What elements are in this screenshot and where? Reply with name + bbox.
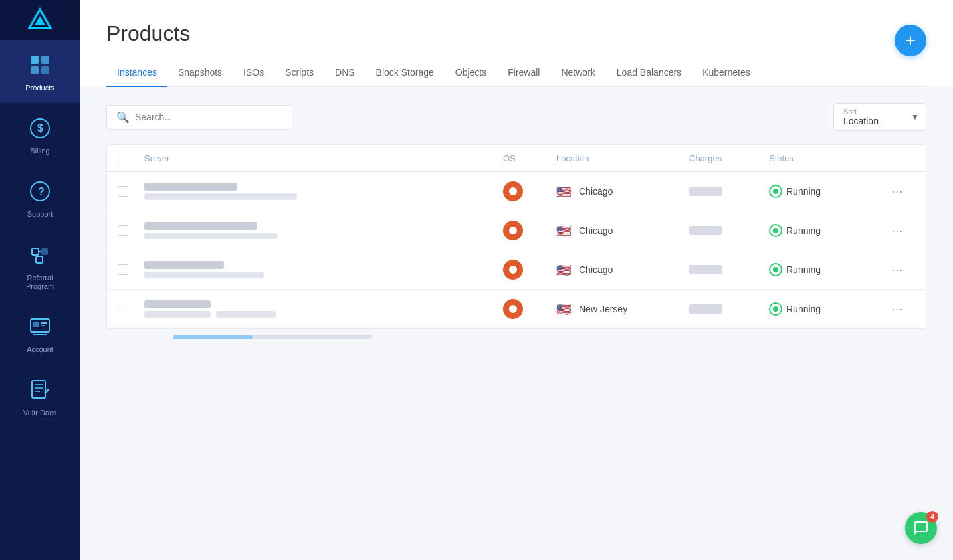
charges-cell: [689, 265, 769, 274]
table-row: 🇺🇸 New Jersey Running ⋯: [107, 290, 926, 328]
svg-rect-5: [41, 66, 49, 74]
location-name: Chicago: [579, 264, 613, 275]
chat-badge: 4: [926, 511, 938, 523]
os-icon: [503, 221, 523, 240]
sidebar-item-label: Billing: [30, 147, 49, 155]
row-checkbox[interactable]: [118, 186, 144, 197]
search-icon: 🔍: [116, 111, 130, 124]
scrollbar-thumb[interactable]: [173, 335, 253, 339]
scrollbar-track[interactable]: [173, 335, 372, 339]
svg-text:?: ?: [38, 186, 45, 197]
status-cell: Running: [769, 263, 889, 276]
location-name: Chicago: [579, 225, 613, 236]
sidebar-item-referral[interactable]: Referral Program: [0, 230, 80, 302]
more-options[interactable]: ⋯: [889, 299, 915, 319]
tab-dns[interactable]: DNS: [324, 59, 366, 87]
server-detail-blur: [216, 311, 276, 318]
svg-rect-4: [31, 66, 39, 74]
select-all-checkbox[interactable]: [118, 153, 144, 163]
more-options[interactable]: ⋯: [889, 181, 915, 201]
tab-kubernetes[interactable]: Kubernetes: [692, 59, 761, 87]
location-cell: 🇺🇸 Chicago: [556, 225, 689, 236]
svg-rect-3: [41, 56, 49, 64]
status-label: Running: [786, 225, 821, 236]
location-name: New Jersey: [579, 304, 627, 314]
toolbar: 🔍 Sort Location ▼: [106, 103, 926, 131]
sidebar-item-support[interactable]: ? Support: [0, 166, 80, 229]
status-label: Running: [786, 186, 821, 197]
charges-cell: [689, 226, 769, 235]
billing-icon: $: [25, 114, 54, 143]
ubuntu-icon: [503, 260, 523, 280]
os-icon: [503, 260, 523, 280]
tab-firewall[interactable]: Firewall: [497, 59, 550, 87]
charges-blur: [689, 226, 722, 235]
account-icon: [25, 312, 54, 341]
search-input[interactable]: [135, 112, 282, 122]
more-button[interactable]: ⋯: [889, 260, 906, 280]
flag-icon: 🇺🇸: [556, 186, 572, 197]
sidebar-item-label: Account: [27, 345, 53, 354]
svg-rect-10: [32, 248, 39, 255]
chevron-down-icon: ▼: [911, 112, 919, 122]
running-status-icon: [769, 263, 782, 276]
svg-rect-13: [36, 256, 43, 263]
sidebar-item-docs[interactable]: Vultr Docs: [0, 365, 80, 428]
tab-block-storage[interactable]: Block Storage: [366, 59, 445, 87]
sort-dropdown[interactable]: Sort Location ▼: [833, 103, 926, 131]
row-checkbox[interactable]: [118, 304, 144, 314]
flag-icon: 🇺🇸: [556, 304, 572, 314]
support-icon: ?: [25, 177, 54, 206]
col-server: Server: [144, 153, 503, 163]
tab-objects[interactable]: Objects: [445, 59, 497, 87]
location-cell: 🇺🇸 New Jersey: [556, 304, 689, 314]
logo[interactable]: [0, 0, 80, 40]
status-cell: Running: [769, 224, 889, 237]
row-checkbox[interactable]: [118, 264, 144, 275]
tab-snapshots[interactable]: Snapshots: [167, 59, 233, 87]
server-name-blur: [144, 222, 257, 230]
more-button[interactable]: ⋯: [889, 221, 906, 240]
col-location: Location: [556, 153, 689, 163]
products-icon: [25, 50, 54, 80]
status-cell: Running: [769, 302, 889, 316]
referral-icon: [25, 240, 54, 270]
sidebar-item-label: Support: [27, 210, 53, 219]
charges-blur: [689, 265, 722, 274]
server-detail-blur: [144, 193, 297, 200]
sidebar-item-label: Products: [25, 84, 54, 92]
status-label: Running: [786, 304, 821, 314]
col-status: Status: [769, 153, 889, 163]
server-detail-blur: [144, 272, 264, 278]
search-wrap: 🔍: [106, 105, 292, 130]
server-name-blur: [144, 300, 211, 308]
more-options[interactable]: ⋯: [889, 221, 915, 240]
tab-isos[interactable]: ISOs: [233, 59, 274, 87]
table-row: 🇺🇸 Chicago Running ⋯: [107, 172, 926, 211]
ubuntu-icon: [503, 299, 523, 319]
server-info: [144, 261, 503, 278]
sidebar-item-account[interactable]: Account: [0, 302, 80, 365]
location-cell: 🇺🇸 Chicago: [556, 186, 689, 197]
add-instance-button[interactable]: +: [895, 25, 926, 56]
tab-network[interactable]: Network: [550, 59, 605, 87]
status-label: Running: [786, 264, 821, 275]
more-button[interactable]: ⋯: [889, 181, 906, 201]
more-button[interactable]: ⋯: [889, 299, 906, 319]
page-header: Products Instances Snapshots ISOs Script…: [80, 0, 953, 87]
row-checkbox[interactable]: [118, 225, 144, 236]
tab-load-balancers[interactable]: Load Balancers: [606, 59, 692, 87]
svg-text:$: $: [37, 122, 43, 134]
sidebar-item-billing[interactable]: $ Billing: [0, 103, 80, 166]
tab-instances[interactable]: Instances: [106, 59, 167, 87]
more-options[interactable]: ⋯: [889, 260, 915, 280]
tab-scripts[interactable]: Scripts: [274, 59, 324, 87]
scrollbar-area: [106, 329, 926, 346]
chat-button[interactable]: 4: [905, 512, 937, 544]
charges-cell: [689, 187, 769, 196]
sidebar-item-products[interactable]: Products: [0, 40, 80, 103]
docs-icon: [25, 375, 54, 405]
svg-rect-11: [41, 248, 48, 255]
flag-icon: 🇺🇸: [556, 264, 572, 275]
col-charges: Charges: [689, 153, 769, 163]
